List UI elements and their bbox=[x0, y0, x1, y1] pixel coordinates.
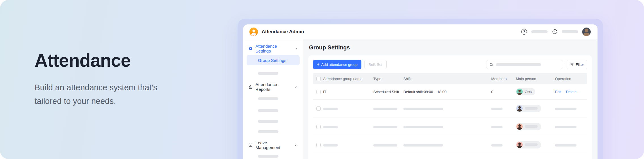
attendance-logo-icon bbox=[249, 28, 258, 36]
window-header: Attendance Admin ? bbox=[243, 24, 598, 39]
hero-subtitle: Build an attendance system that's tailor… bbox=[35, 81, 181, 108]
plus-icon: + bbox=[317, 62, 319, 67]
help-icon[interactable]: ? bbox=[521, 29, 527, 35]
search-placeholder-bar bbox=[496, 63, 541, 66]
sidebar-placeholder-bar bbox=[258, 130, 278, 133]
person-avatar bbox=[516, 142, 523, 148]
sidebar-placeholder-bar bbox=[258, 97, 278, 100]
header-placeholder-bar bbox=[562, 30, 578, 33]
delete-link[interactable]: Delete bbox=[566, 90, 577, 94]
select-all-checkbox[interactable] bbox=[316, 77, 321, 81]
column-header: Shift bbox=[403, 77, 491, 81]
table-row-skeleton bbox=[313, 118, 587, 136]
funnel-icon bbox=[570, 62, 574, 66]
toolbar: + Add attendance group Bulk Set bbox=[313, 60, 587, 69]
person-avatar bbox=[516, 89, 523, 95]
column-header: Main person bbox=[516, 77, 555, 81]
app-window-frame: Attendance Admin ? bbox=[238, 19, 603, 159]
header-actions: ? bbox=[521, 28, 591, 36]
group-settings-card: + Add attendance group Bulk Set bbox=[308, 55, 592, 159]
sidebar-item-leave-management[interactable]: Leave Management bbox=[247, 140, 300, 150]
gear-icon bbox=[248, 46, 253, 51]
app-window: Attendance Admin ? bbox=[243, 24, 598, 159]
row-checkbox[interactable] bbox=[316, 143, 321, 147]
sidebar-placeholder-bar bbox=[258, 120, 278, 123]
chevron-up-icon bbox=[295, 85, 298, 89]
sidebar-placeholder-bar bbox=[258, 155, 278, 158]
group-name-cell: IT bbox=[323, 90, 373, 94]
sidebar-item-label: Leave Management bbox=[255, 140, 291, 150]
sidebar-item-group-settings[interactable]: Group Settings bbox=[247, 55, 300, 65]
table-header-row: Attendance group name Type Shift Members… bbox=[313, 73, 587, 84]
main-content: Group Settings + Add attendance group Bu… bbox=[303, 39, 598, 159]
person-chip bbox=[516, 141, 541, 148]
page-title: Group Settings bbox=[309, 44, 592, 51]
sidebar: Attendance Settings Group Settings bbox=[243, 39, 303, 159]
search-icon bbox=[489, 62, 493, 67]
search-input[interactable] bbox=[486, 60, 563, 69]
type-cell: Scheduled Shift bbox=[373, 90, 403, 94]
bulk-set-button[interactable]: Bulk Set bbox=[364, 60, 386, 69]
person-avatar bbox=[516, 105, 523, 112]
row-checkbox[interactable] bbox=[316, 90, 321, 94]
app-title: Attendance Admin bbox=[262, 29, 304, 35]
person-avatar bbox=[516, 124, 523, 130]
history-icon[interactable] bbox=[552, 29, 558, 35]
table-row-skeleton bbox=[313, 154, 587, 159]
hero-text: Attendance Build an attendance system th… bbox=[35, 50, 193, 108]
user-avatar[interactable] bbox=[582, 28, 591, 36]
sidebar-item-label: Group Settings bbox=[258, 58, 286, 63]
person-chip bbox=[516, 123, 541, 130]
hero-title: Attendance bbox=[35, 50, 193, 71]
header-placeholder-bar bbox=[531, 30, 548, 33]
row-checkbox[interactable] bbox=[316, 106, 321, 111]
sidebar-item-label: Attendance Reports bbox=[255, 82, 291, 92]
sidebar-placeholder-bar bbox=[258, 109, 278, 112]
attendance-groups-table: Attendance group name Type Shift Members… bbox=[313, 73, 587, 159]
person-chip bbox=[516, 105, 541, 112]
filter-button[interactable]: Filter bbox=[567, 60, 587, 69]
chevron-up-icon bbox=[295, 47, 298, 51]
column-header: Attendance group name bbox=[323, 77, 373, 81]
operation-cell: Edit Delete bbox=[555, 90, 587, 94]
add-attendance-group-button[interactable]: + Add attendance group bbox=[313, 60, 361, 69]
shift-cell: Default shift:09:00 ~ 18:00 bbox=[403, 90, 491, 94]
sidebar-item-attendance-reports[interactable]: Attendance Reports bbox=[247, 82, 300, 92]
person-chip: Ortiz bbox=[516, 88, 535, 95]
table-row: IT Scheduled Shift Default shift:09:00 ~… bbox=[313, 84, 587, 100]
window-body: Attendance Settings Group Settings bbox=[243, 39, 598, 159]
column-header: Members bbox=[491, 77, 516, 81]
sidebar-item-label: Attendance Settings bbox=[255, 44, 291, 53]
members-cell: 0 bbox=[491, 90, 516, 94]
row-checkbox[interactable] bbox=[316, 125, 321, 129]
calendar-icon bbox=[248, 143, 253, 147]
column-header: Type bbox=[373, 77, 403, 81]
bar-chart-icon bbox=[248, 85, 253, 89]
table-row-skeleton bbox=[313, 136, 587, 154]
sidebar-placeholder-bar bbox=[258, 72, 278, 75]
main-person-cell: Ortiz bbox=[516, 88, 555, 96]
attendance-banner: Attendance Build an attendance system th… bbox=[0, 0, 644, 159]
edit-link[interactable]: Edit bbox=[555, 90, 561, 94]
table-row-skeleton bbox=[313, 100, 587, 118]
column-header: Operation bbox=[555, 77, 587, 81]
chevron-up-icon bbox=[295, 143, 298, 147]
sidebar-item-attendance-settings[interactable]: Attendance Settings bbox=[247, 44, 300, 53]
